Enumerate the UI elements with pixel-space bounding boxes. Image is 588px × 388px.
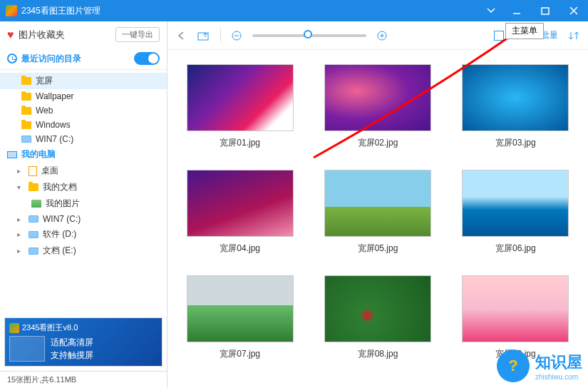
close-button[interactable] [559, 0, 588, 21]
thumbnail-image [462, 170, 569, 237]
minimize-button[interactable] [502, 0, 531, 21]
thumbnail-image [324, 64, 431, 131]
recent-toggle[interactable] [134, 52, 160, 65]
minus-circle-icon [231, 30, 242, 41]
promo-line2: 支持触摸屏 [51, 349, 93, 362]
thumbnail-item[interactable]: 宽屏08.jpg [312, 275, 443, 374]
thumbnail-grid: 宽屏01.jpg 宽屏02.jpg 宽屏03.jpg 宽屏04.jpg 宽屏05… [167, 50, 588, 388]
watermark-badge: ? [497, 349, 530, 382]
maximize-icon [541, 6, 550, 15]
picture-icon [31, 200, 41, 208]
main-menu-dropdown-button[interactable] [483, 4, 500, 17]
tree-item-recent-0[interactable]: 宽屏 [0, 73, 167, 89]
thumbnail-label: 宽屏04.jpg [220, 242, 260, 255]
expand-icon[interactable]: ▸ [17, 215, 24, 223]
thumbnail-item[interactable]: 宽屏04.jpg [175, 170, 305, 268]
desktop-icon [29, 166, 37, 176]
thumbnail-image [324, 275, 431, 342]
thumbnail-item[interactable]: 宽屏07.jpg [175, 275, 305, 374]
tree-item-recent-2[interactable]: Web [0, 103, 167, 118]
disk-icon [29, 247, 38, 255]
thumbnail-label: 宽屏06.jpg [495, 242, 536, 255]
window-title: 2345看图王图片管理 [21, 5, 100, 17]
sort-button[interactable] [568, 31, 579, 41]
watermark-title: 知识屋 [535, 352, 582, 373]
tree-item-comp-3[interactable]: ▸WIN7 (C:) [0, 212, 167, 226]
tree-item-comp-2[interactable]: 我的图片 [0, 195, 167, 212]
thumbnail-item[interactable]: 宽屏03.jpg [450, 64, 581, 163]
tree-item-recent-3[interactable]: Windows [0, 118, 167, 132]
tree-item-comp-0[interactable]: ▸桌面 [0, 163, 167, 179]
slider-thumb[interactable] [304, 30, 312, 39]
app-icon [9, 323, 19, 333]
minimize-icon [512, 6, 521, 15]
thumbnail-item[interactable]: 宽屏01.jpg [175, 64, 305, 163]
chevron-down-icon [487, 8, 495, 14]
maximize-button[interactable] [531, 0, 559, 21]
thumbnail-label: 宽屏01.jpg [220, 137, 260, 149]
watermark: ? 知识屋 zhishiwu.com [497, 349, 582, 382]
arrow-left-icon [176, 31, 187, 41]
sidebar: ♥ 图片收藏夹 一键导出 最近访问的目录 宽屏 Wallpaper Web Wi… [0, 21, 167, 388]
thumbnail-image [462, 64, 569, 131]
tree-item-recent-1[interactable]: Wallpaper [0, 89, 167, 103]
recent-label: 最近访问的目录 [21, 53, 130, 65]
zoom-out-button[interactable] [231, 30, 242, 41]
folder-up-icon [197, 30, 210, 41]
thumbnail-label: 宽屏03.jpg [495, 137, 536, 149]
svg-rect-0 [542, 8, 549, 14]
content-area: 全选 批量 宽屏01.jpg 宽屏02.jpg 宽屏03.jpg 宽屏04.jp… [167, 21, 588, 388]
folder-tree: 宽屏 Wallpaper Web Windows WIN7 (C:) 我的电脑 … [0, 70, 167, 313]
tree-item-comp-4[interactable]: ▸软件 (D:) [0, 226, 167, 242]
promo-banner[interactable]: 2345看图王v8.0 适配高清屏 支持触摸屏 [4, 317, 163, 367]
up-folder-button[interactable] [197, 30, 210, 41]
titlebar: 2345看图王图片管理 [0, 0, 588, 21]
tree-header-mycomputer[interactable]: 我的电脑 [0, 146, 167, 163]
thumbnail-item[interactable]: 宽屏02.jpg [312, 64, 443, 163]
thumbnail-label: 宽屏05.jpg [358, 242, 398, 255]
zoom-slider[interactable] [252, 34, 366, 37]
favorites-label: 图片收藏夹 [19, 29, 112, 41]
tree-item-comp-5[interactable]: ▸文档 (E:) [0, 242, 167, 259]
expand-icon[interactable]: ▸ [17, 230, 24, 238]
promo-graphic [9, 336, 45, 362]
favorites-row: ♥ 图片收藏夹 一键导出 [0, 21, 167, 48]
promo-line1: 适配高清屏 [51, 336, 93, 349]
disk-icon [29, 215, 38, 223]
watermark-url: zhishiwu.com [535, 373, 582, 381]
select-all-checkbox[interactable] [494, 31, 504, 41]
thumbnail-image [324, 170, 431, 237]
promo-title: 2345看图王v8.0 [22, 322, 78, 333]
thumbnail-image [187, 170, 294, 237]
thumbnail-item[interactable]: 宽屏05.jpg [312, 170, 443, 268]
folder-icon [21, 121, 31, 129]
export-button[interactable]: 一键导出 [115, 27, 160, 42]
disk-icon [29, 231, 38, 238]
zoom-in-button[interactable] [376, 30, 388, 41]
back-button[interactable] [176, 31, 187, 41]
plus-circle-icon [376, 30, 388, 41]
thumbnail-item[interactable]: 宽屏06.jpg [450, 170, 581, 268]
main-menu-tooltip: 主菜单 [505, 23, 544, 39]
thumbnail-image [187, 275, 294, 342]
folder-icon [21, 107, 31, 115]
folder-icon [21, 77, 31, 85]
heart-icon: ♥ [7, 29, 14, 41]
thumbnail-image [462, 275, 569, 342]
tree-item-recent-4[interactable]: WIN7 (C:) [0, 132, 167, 146]
disk-icon [21, 136, 31, 143]
expand-icon[interactable]: ▸ [17, 247, 24, 255]
tree-item-comp-1[interactable]: ▾我的文档 [0, 179, 167, 195]
recent-header[interactable]: 最近访问的目录 [0, 48, 167, 70]
statusbar: 15张图片,共6.11MB [0, 371, 167, 388]
thumbnail-label: 宽屏07.jpg [220, 348, 260, 360]
expand-icon[interactable]: ▸ [17, 167, 24, 175]
sort-icon [568, 31, 579, 41]
thumbnail-label: 宽屏02.jpg [358, 137, 398, 149]
close-icon [569, 6, 578, 15]
folder-icon [29, 183, 38, 191]
app-icon [6, 5, 17, 16]
expand-icon[interactable]: ▾ [17, 183, 24, 191]
separator [220, 29, 221, 43]
folder-icon [21, 93, 31, 101]
